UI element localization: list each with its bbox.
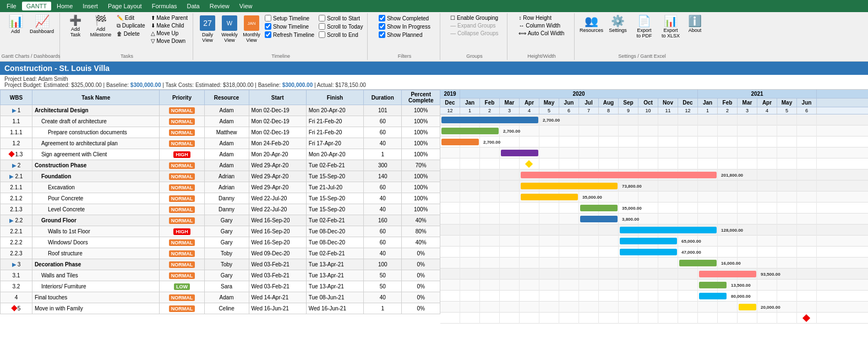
- expand-groups-button[interactable]: — Expand Groups: [449, 22, 500, 29]
- daily-view-button[interactable]: 27 DailyView: [198, 14, 217, 44]
- cell-percent: 100%: [402, 182, 440, 193]
- gantt-cell: [460, 214, 480, 225]
- gantt-cell: [718, 181, 738, 192]
- table-row: 2.2.3Roof structureNORMALTobyWed 09-Dec-…: [1, 248, 440, 259]
- gantt-cell: [797, 302, 817, 313]
- menu-data[interactable]: Data: [183, 2, 204, 10]
- menu-file[interactable]: File: [2, 2, 21, 10]
- gantt-bar: 35,000.00: [580, 205, 618, 211]
- cell-wbs: 1.1.1: [1, 127, 32, 138]
- th-resource: Resource: [204, 90, 249, 105]
- cell-percent: 100%: [402, 193, 440, 204]
- collapse-groups-button[interactable]: — Collapse Groups: [449, 30, 500, 37]
- cell-resource: Adam: [204, 292, 249, 303]
- cell-task: Architectural Design: [32, 105, 160, 116]
- col-width-button[interactable]: ↔ Column Width: [517, 22, 566, 29]
- menu-review[interactable]: Review: [205, 2, 234, 10]
- cell-percent: 100%: [402, 149, 440, 160]
- cell-finish: Tue 15-Sep-20: [306, 171, 363, 182]
- add-gantt-button[interactable]: 📊 Add: [6, 14, 25, 35]
- menu-pagelayout[interactable]: Page Layout: [103, 2, 146, 10]
- project-title: Construction - St. Louis Villa: [4, 64, 110, 73]
- show-inprogress-check[interactable]: Show In Progress: [378, 23, 432, 30]
- table-row: 2.1.2Pour ConcreteNORMALDannyWed 22-Jul-…: [1, 193, 440, 204]
- gantt-cell: [678, 192, 698, 203]
- cell-wbs: 2.2.1: [1, 226, 32, 237]
- menu-gantt[interactable]: GANTT: [22, 2, 51, 10]
- show-planned-check[interactable]: Show Planned: [378, 31, 432, 39]
- monthly-view-button[interactable]: JAN MonthlyView: [242, 14, 261, 44]
- resources-button[interactable]: 👥 Resources: [579, 14, 603, 34]
- gantt-cell: [539, 258, 559, 269]
- gantt-cell: [500, 236, 520, 247]
- show-timeline-check[interactable]: Show Timeline: [264, 23, 315, 30]
- cell-wbs: 1.1: [1, 116, 32, 127]
- gantt-cell: [738, 147, 757, 158]
- gantt-cell: [698, 158, 718, 169]
- settings-button[interactable]: ⚙️ Settings: [605, 14, 630, 34]
- table-row: 3.1Walls and TilesNORMALGaryWed 03-Feb-2…: [1, 270, 440, 281]
- gantt-cell: [500, 225, 520, 236]
- gantt-cell: [599, 302, 619, 313]
- make-parent-button[interactable]: ⬆ Make Parent: [149, 14, 189, 21]
- gantt-cell: [500, 258, 520, 269]
- gantt-cell: [599, 236, 619, 247]
- export-xlsx-button[interactable]: 📊 Exportto XLSX: [658, 14, 683, 40]
- cell-percent: 100%: [402, 138, 440, 149]
- cell-percent: 0%: [402, 281, 440, 292]
- enable-grouping-button[interactable]: ☐ Enable Grouping: [449, 14, 500, 21]
- move-down-button[interactable]: ▽ Move Down: [149, 37, 189, 45]
- gantt-cell: [698, 136, 718, 147]
- menu-insert[interactable]: Insert: [78, 2, 102, 10]
- gantt-cell: [698, 192, 718, 203]
- cell-start: Wed 16-Sep-20: [249, 237, 306, 248]
- gantt-cell: [797, 280, 817, 291]
- menu-home[interactable]: Home: [52, 2, 77, 10]
- th-wbs: WBS: [1, 90, 32, 105]
- cell-priority: NORMAL: [160, 105, 204, 116]
- cell-start: Wed 29-Apr-20: [249, 171, 306, 182]
- dashboard-button[interactable]: 📈 Dashboard: [28, 14, 56, 35]
- row-height-button[interactable]: ↕ Row Height: [517, 14, 566, 21]
- gantt-cell: [777, 181, 797, 192]
- show-completed-check[interactable]: Show Completed: [378, 14, 432, 22]
- gantt-cell: [658, 192, 678, 203]
- cell-task: Final touches: [32, 292, 160, 303]
- export-pdf-button[interactable]: 📄 Exportto PDF: [632, 14, 656, 40]
- gantt-cell: [638, 214, 658, 225]
- gantt-cell: [777, 225, 797, 236]
- gantt-cell: [500, 214, 520, 225]
- menu-formulas[interactable]: Formulas: [148, 2, 182, 10]
- gantt-cell: [520, 247, 539, 258]
- cell-start: Wed 16-Jun-21: [249, 303, 306, 314]
- add-milestone-button[interactable]: 🏁 AddMilestone: [89, 14, 113, 39]
- gantt-cell: [797, 225, 817, 236]
- auto-col-width-button[interactable]: ⟺ Auto Col Width: [517, 30, 566, 37]
- cell-duration: 40: [363, 138, 401, 149]
- make-child-button[interactable]: ⬇ Make Child: [149, 22, 189, 29]
- add-task-button[interactable]: ➕ AddTask: [64, 14, 86, 39]
- refresh-timeline-check[interactable]: Refresh Timeline: [264, 31, 315, 39]
- menu-view[interactable]: View: [235, 2, 257, 10]
- weekly-view-button[interactable]: W WeeklyView: [220, 14, 239, 44]
- gantt-cell: [559, 147, 579, 158]
- gantt-cell: [520, 203, 539, 214]
- about-button[interactable]: ℹ️ About: [685, 14, 705, 34]
- scroll-today-check[interactable]: Scroll to Today: [318, 23, 364, 30]
- cell-task: Level Concrete: [32, 204, 160, 215]
- scroll-end-check[interactable]: Scroll to End: [318, 31, 364, 39]
- gantt-cell: [638, 147, 658, 158]
- delete-button[interactable]: 🗑 Delete: [115, 30, 146, 37]
- duplicate-button[interactable]: ⧉ Duplicate: [115, 22, 146, 30]
- table-row: ▶2Construction PhaseNORMALAdamWed 29-Apr…: [1, 160, 440, 171]
- setup-timeline-check[interactable]: Setup Timeline: [264, 14, 315, 22]
- ribbon-group-tasks: ➕ AddTask 🏁 AddMilestone ✏️ Edit ⧉ Dupli…: [61, 13, 193, 60]
- gantt-cell: [520, 291, 539, 302]
- edit-button[interactable]: ✏️ Edit: [115, 14, 146, 21]
- move-up-button[interactable]: △ Move Up: [149, 30, 189, 37]
- gantt-bar-label: 47,000.00: [681, 250, 701, 255]
- gantt-cell: [559, 269, 579, 280]
- gantt-bar: 80,000.00: [699, 293, 727, 299]
- gantt-cell: [757, 247, 777, 258]
- scroll-start-check[interactable]: Scroll to Start: [318, 14, 364, 22]
